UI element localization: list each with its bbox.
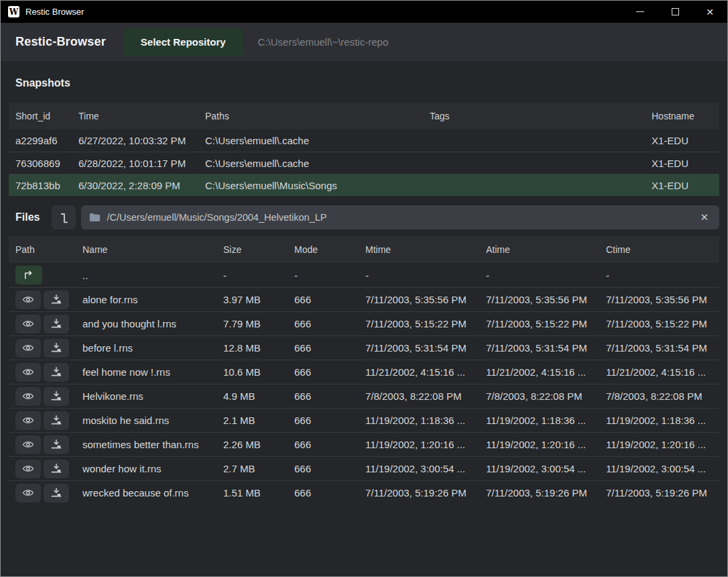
preview-file-button[interactable] <box>15 291 41 309</box>
repository-path: C:\Users\emuell\~\restic-repo <box>258 36 389 48</box>
file-ctime: 11/19/2002, 3:00:54 ... <box>606 463 719 474</box>
file-atime: 11/19/2002, 1:18:36 ... <box>486 415 606 426</box>
eye-icon <box>22 319 34 328</box>
preview-file-button[interactable] <box>15 339 41 358</box>
file-name: and you thought l.rns <box>82 318 223 329</box>
file-mode: 666 <box>294 318 365 329</box>
download-file-button[interactable] <box>44 339 69 358</box>
file-atime: 7/11/2003, 5:15:22 PM <box>486 318 606 329</box>
list-mode-icon <box>56 210 71 225</box>
preview-file-button[interactable] <box>15 435 41 454</box>
file-row[interactable]: moskito he said.rns 2.1 MB 666 11/19/200… <box>9 408 719 432</box>
download-icon <box>51 391 62 401</box>
file-row[interactable]: feel home now !.rns 10.6 MB 666 11/21/20… <box>9 360 719 384</box>
select-repository-button[interactable]: Select Repository <box>123 28 243 56</box>
eye-icon <box>22 488 34 497</box>
column-header-name: Name <box>82 244 223 255</box>
file-atime: 11/21/2002, 4:15:16 ... <box>486 366 606 378</box>
files-rows: alone for.rns 3.97 MB 666 7/11/2003, 5:3… <box>9 287 719 505</box>
app-icon: W <box>8 6 19 17</box>
file-mtime: 7/11/2003, 5:35:56 PM <box>365 294 486 305</box>
file-row[interactable]: before l.rns 12.8 MB 666 7/11/2003, 5:31… <box>9 335 719 360</box>
download-file-button[interactable] <box>44 291 69 309</box>
snapshot-short-id: 76306869 <box>15 158 78 169</box>
snapshot-short-id: 72b813bb <box>15 180 78 191</box>
go-up-directory-button[interactable] <box>15 266 42 284</box>
download-file-button[interactable] <box>44 411 69 430</box>
snapshot-row[interactable]: a2299af6 6/27/2022, 10:03:32 PM C:\Users… <box>9 129 719 152</box>
file-ctime: 7/11/2003, 5:31:54 PM <box>606 342 719 354</box>
snapshot-row[interactable]: 76306869 6/28/2022, 10:01:17 PM C:\Users… <box>9 152 719 174</box>
snapshots-table-header: Short_id Time Paths Tags Hostname <box>9 103 719 129</box>
download-icon <box>51 319 62 329</box>
file-row[interactable]: alone for.rns 3.97 MB 666 7/11/2003, 5:3… <box>9 287 719 311</box>
download-file-button[interactable] <box>44 435 69 454</box>
preview-file-button[interactable] <box>15 363 41 382</box>
column-header-mtime: Mtime <box>365 244 486 255</box>
snapshot-paths: C:\Users\emuell\.cache <box>205 135 430 146</box>
file-mode: 666 <box>294 294 365 305</box>
maximize-button[interactable] <box>658 1 692 23</box>
file-row[interactable]: sometimes better than.rns 2.26 MB 666 11… <box>9 432 719 456</box>
file-atime: 7/8/2003, 8:22:08 PM <box>486 390 606 402</box>
download-file-button[interactable] <box>44 315 69 333</box>
minimize-icon <box>636 11 644 12</box>
file-size: 7.79 MB <box>223 318 294 329</box>
close-button[interactable]: ✕ <box>692 1 727 23</box>
file-ctime: 11/19/2002, 1:18:36 ... <box>606 415 719 426</box>
file-size: 12.8 MB <box>223 342 294 354</box>
snapshot-row[interactable]: 72b813bb 6/30/2022, 2:28:09 PM C:\Users\… <box>9 174 719 196</box>
file-size: 4.9 MB <box>223 390 294 402</box>
column-header-tags: Tags <box>430 111 652 121</box>
preview-file-button[interactable] <box>15 484 41 503</box>
file-atime: 11/19/2002, 1:20:16 ... <box>486 439 606 450</box>
download-icon <box>51 415 62 425</box>
download-file-button[interactable] <box>44 387 69 406</box>
file-row[interactable]: Helvikone.rns 4.9 MB 666 7/8/2003, 8:22:… <box>9 384 719 408</box>
download-icon <box>51 343 62 353</box>
file-list-mode-toggle-button[interactable] <box>52 205 76 229</box>
parent-directory-row: .. - - - - - <box>9 263 719 287</box>
app-title: Restic-Browser <box>15 35 106 49</box>
parent-name: .. <box>82 270 223 281</box>
preview-file-button[interactable] <box>15 411 41 430</box>
download-file-button[interactable] <box>44 484 69 503</box>
file-size: 2.1 MB <box>223 415 294 426</box>
file-name: alone for.rns <box>82 294 223 305</box>
file-name: moskito he said.rns <box>82 415 223 426</box>
path-breadcrumb-input[interactable]: /C/Users/emuell/Music/Songs/2004_Helveti… <box>81 205 719 229</box>
download-icon <box>51 488 62 498</box>
file-mode: 666 <box>294 342 365 354</box>
eye-icon <box>22 416 34 425</box>
file-name: Helvikone.rns <box>82 390 223 402</box>
file-mode: 666 <box>294 366 365 378</box>
preview-file-button[interactable] <box>15 315 41 333</box>
titlebar[interactable]: W Restic Browser ✕ <box>1 1 727 23</box>
app-header: Restic-Browser Select Repository C:\User… <box>1 23 727 61</box>
file-atime: 7/11/2003, 5:19:26 PM <box>486 487 606 499</box>
file-mode: 666 <box>294 487 365 499</box>
file-ctime: 7/11/2003, 5:15:22 PM <box>606 318 719 329</box>
file-size: 3.97 MB <box>223 294 294 305</box>
file-row[interactable]: wonder how it.rns 2.7 MB 666 11/19/2002,… <box>9 456 719 480</box>
folder-icon <box>89 213 101 222</box>
snapshot-paths: C:\Users\emuell\.cache <box>205 158 430 169</box>
file-mtime: 11/19/2002, 1:18:36 ... <box>365 415 486 426</box>
snapshot-time: 6/30/2022, 2:28:09 PM <box>78 180 205 191</box>
minimize-button[interactable] <box>623 1 658 23</box>
download-file-button[interactable] <box>44 460 69 478</box>
files-title: Files <box>9 211 46 223</box>
eye-icon <box>22 464 34 473</box>
column-header-hostname: Hostname <box>652 111 719 121</box>
download-file-button[interactable] <box>44 363 69 382</box>
column-header-short-id: Short_id <box>15 111 78 121</box>
preview-file-button[interactable] <box>15 387 41 406</box>
preview-file-button[interactable] <box>15 460 41 478</box>
snapshot-hostname: X1-EDU <box>652 135 719 146</box>
maximize-icon <box>672 8 679 15</box>
clear-path-icon[interactable]: ✕ <box>697 211 711 223</box>
file-row[interactable]: and you thought l.rns 7.79 MB 666 7/11/2… <box>9 311 719 335</box>
snapshots-rows: a2299af6 6/27/2022, 10:03:32 PM C:\Users… <box>9 129 719 196</box>
file-row[interactable]: wrecked because of.rns 1.51 MB 666 7/11/… <box>9 480 719 505</box>
snapshot-hostname: X1-EDU <box>652 180 719 191</box>
